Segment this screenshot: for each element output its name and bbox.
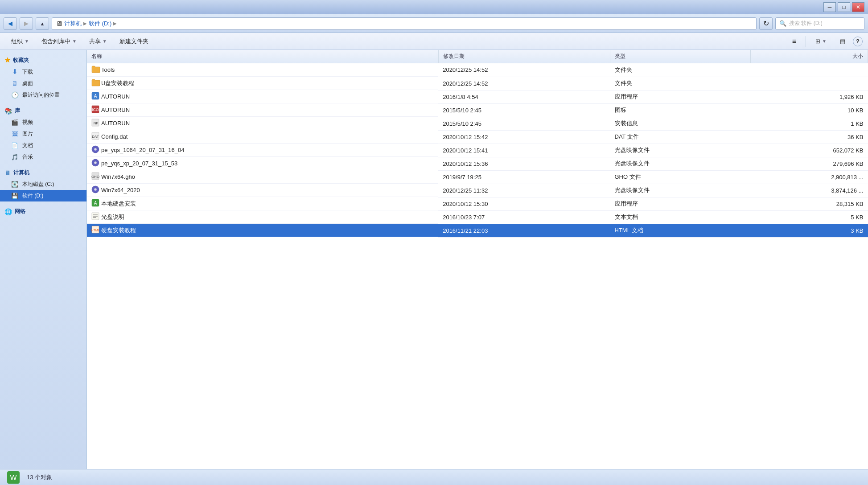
star-icon: ★ [4,56,10,64]
table-row[interactable]: HTML硬盘安装教程2016/11/21 22:03HTML 文档3 KB [87,224,868,237]
sidebar-computer-header[interactable]: 🖥 计算机 [0,167,86,178]
file-name-cell: GHOWin7x64.gho [87,170,438,184]
col-size[interactable]: 大小 [751,50,868,63]
share-button[interactable]: 共享 ▼ [83,35,113,48]
file-type: GHO 文件 [610,170,751,184]
newfolder-label: 新建文件夹 [119,37,148,45]
table-row[interactable]: GHOWin7x64.gho2019/9/7 19:25GHO 文件2,900,… [87,170,868,184]
file-icon-gho: GHO [91,172,101,181]
toolbar: 组织 ▼ 包含到库中 ▼ 共享 ▼ 新建文件夹 ≡ ⊞ ▼ ▤ ? [0,33,868,50]
desktop-label: 桌面 [22,80,33,87]
file-name: AUTORUN [101,107,130,113]
table-row[interactable]: 光盘说明2016/10/23 7:07文本文档5 KB [87,210,868,224]
music-icon: 🎵 [11,153,19,161]
network-icon: 🌐 [4,208,12,215]
sidebar-section-computer: 🖥 计算机 💽 本地磁盘 (C:) 💾 软件 (D:) [0,167,86,201]
sidebar-item-soft-d[interactable]: 💾 软件 (D:) [0,190,86,201]
file-area: 名称 修改日期 类型 大小 Tools2020/12/25 14:52文件夹U盘… [87,50,868,469]
image-label: 图片 [22,130,33,138]
file-name: U盘安装教程 [101,79,134,87]
drive-d-icon: 💾 [11,192,19,200]
pane-button[interactable]: ▤ [834,35,851,48]
sidebar: ★ 收藏夹 ⬇ 下载 🖥 桌面 🕐 最近访问的位置 📚 库 🎬 [0,50,87,469]
search-bar[interactable]: 🔍 搜索 软件 (D:) [775,17,864,30]
sidebar-item-music[interactable]: 🎵 音乐 [0,151,86,163]
file-name: AUTORUN [101,120,130,127]
sidebar-item-recent[interactable]: 🕐 最近访问的位置 [0,89,86,101]
col-modified[interactable]: 修改日期 [438,50,610,63]
file-modified: 2019/9/7 19:25 [438,170,610,184]
file-name-cell: INFAUTORUN [87,117,438,130]
table-row[interactable]: DATConfig.dat2020/10/12 15:42DAT 文件36 KB [87,130,868,144]
file-icon-app-green: A [91,199,101,208]
table-header-row: 名称 修改日期 类型 大小 [87,50,868,63]
file-modified: 2020/10/12 15:41 [438,144,610,157]
svg-text:DAT: DAT [92,135,99,139]
file-size: 3,874,126 ... [751,184,868,197]
view-options-button[interactable]: ⊞ ▼ [810,35,832,48]
sidebar-item-video[interactable]: 🎬 视频 [0,116,86,128]
file-name: 光盘说明 [101,213,124,221]
sidebar-section-library: 📚 库 🎬 视频 🖼 图片 📄 文档 🎵 音乐 [0,105,86,163]
table-row[interactable]: ICOAUTORUN2015/5/10 2:45图标10 KB [87,103,868,117]
col-type[interactable]: 类型 [610,50,751,63]
sidebar-network-header[interactable]: 🌐 网络 [0,206,86,217]
breadcrumb-drive[interactable]: 软件 (D:) [89,20,111,28]
help-button[interactable]: ? [853,37,863,46]
file-type: 光盘映像文件 [610,184,751,197]
file-name-cell: HTML硬盘安装教程 [87,224,438,237]
sidebar-item-doc[interactable]: 📄 文档 [0,140,86,151]
newfolder-button[interactable]: 新建文件夹 [114,35,154,48]
svg-text:A: A [94,94,97,99]
sidebar-item-downloads[interactable]: ⬇ 下载 [0,66,86,78]
breadcrumb-computer[interactable]: 计算机 [64,20,82,28]
file-modified: 2016/10/23 7:07 [438,210,610,224]
forward-button[interactable]: ▶ [20,17,33,30]
organize-button[interactable]: 组织 ▼ [5,35,35,48]
maximize-button[interactable]: □ [838,2,850,12]
addressbar: ◀ ▶ ▲ 🖥 计算机 ▶ 软件 (D:) ▶ ↻ 🔍 搜索 软件 (D:) [0,14,868,33]
view-button[interactable]: ≡ [786,35,802,48]
file-name: pe_yqs_1064_20_07_31_16_04 [101,147,185,153]
table-row[interactable]: AAUTORUN2016/1/8 4:54应用程序1,926 KB [87,90,868,103]
file-type: HTML 文档 [610,224,751,237]
sidebar-item-local-c[interactable]: 💽 本地磁盘 (C:) [0,178,86,190]
sidebar-favorites-header[interactable]: ★ 收藏夹 [0,54,86,66]
close-button[interactable]: ✕ [852,2,864,12]
file-icon-iso [91,185,101,195]
library-label: 库 [15,107,20,115]
table-row[interactable]: INFAUTORUN2015/5/10 2:45安装信息1 KB [87,117,868,130]
file-type: 应用程序 [610,197,751,210]
computer-label: 计算机 [13,169,29,177]
table-row[interactable]: pe_yqs_1064_20_07_31_16_042020/10/12 15:… [87,144,868,157]
up-button[interactable]: ▲ [36,17,49,30]
table-row[interactable]: U盘安装教程2020/12/25 14:52文件夹 [87,77,868,90]
toolbar-right: ≡ ⊞ ▼ ▤ ? [786,35,863,48]
search-placeholder: 搜索 软件 (D:) [789,20,823,27]
file-icon-dat: DAT [91,132,101,141]
file-name-cell: pe_yqs_1064_20_07_31_16_04 [87,144,438,157]
file-size [751,77,868,90]
organize-chevron: ▼ [25,39,29,44]
addlib-label: 包含到库中 [41,37,70,45]
network-label: 网络 [15,208,25,215]
file-table: 名称 修改日期 类型 大小 Tools2020/12/25 14:52文件夹U盘… [87,50,868,238]
file-name: AUTORUN [101,93,130,100]
sidebar-library-header[interactable]: 📚 库 [0,105,86,116]
search-icon: 🔍 [779,20,786,27]
pane-icon: ▤ [840,38,845,45]
breadcrumb-sep-1: ▶ [83,21,87,26]
back-button[interactable]: ◀ [4,17,17,30]
sidebar-item-image[interactable]: 🖼 图片 [0,128,86,140]
refresh-button[interactable]: ↻ [759,17,773,30]
sidebar-item-desktop[interactable]: 🖥 桌面 [0,78,86,89]
table-row[interactable]: Win7x64_20202020/12/25 11:32光盘映像文件3,874,… [87,184,868,197]
file-size: 5 KB [751,210,868,224]
table-row[interactable]: A本地硬盘安装2020/10/12 15:30应用程序28,315 KB [87,197,868,210]
table-row[interactable]: Tools2020/12/25 14:52文件夹 [87,63,868,77]
addlib-button[interactable]: 包含到库中 ▼ [36,35,82,48]
col-name[interactable]: 名称 [87,50,438,63]
minimize-button[interactable]: ─ [823,2,836,12]
table-row[interactable]: pe_yqs_xp_20_07_31_15_532020/10/12 15:36… [87,157,868,170]
svg-text:GHO: GHO [91,175,99,179]
